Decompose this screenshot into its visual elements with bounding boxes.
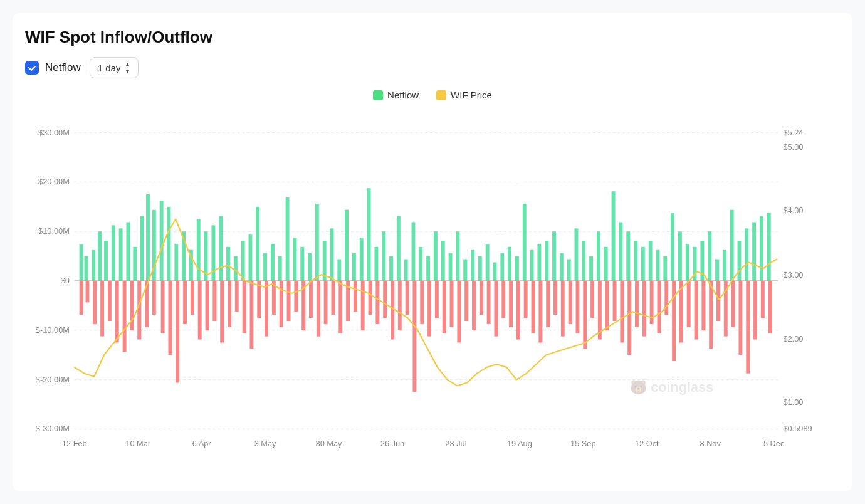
bar-neg [100, 281, 104, 337]
bar-neg [243, 281, 246, 333]
bar-pos [530, 250, 534, 281]
y-axis-left-4: $0 [61, 276, 70, 285]
bar-pos [85, 256, 88, 281]
y-axis-left-6: $-20.00M [36, 375, 70, 384]
bar-pos [286, 197, 290, 281]
bar-pos [604, 247, 608, 281]
netflow-checkbox[interactable] [25, 61, 39, 75]
bar-pos [389, 256, 393, 281]
bar-pos [234, 256, 238, 281]
bar-pos [671, 213, 674, 281]
y-axis-left-5: $-10.00M [36, 325, 70, 335]
bar-neg [538, 281, 542, 342]
bar-neg [464, 281, 468, 321]
bar-pos [537, 244, 541, 281]
bar-neg [695, 281, 698, 340]
bar-neg [137, 281, 141, 340]
bar-neg [108, 281, 112, 321]
bar-neg [235, 281, 239, 312]
bar-pos [98, 231, 102, 281]
controls-row: Netflow 1 day ▲▼ [25, 57, 840, 78]
bar-neg [294, 281, 298, 312]
bar-pos [278, 256, 282, 281]
bar-pos [263, 253, 267, 281]
bar-neg [569, 281, 572, 324]
bar-pos [160, 201, 164, 281]
bar-pos [471, 250, 474, 281]
bar-pos [367, 188, 371, 281]
bar-pos [449, 253, 453, 281]
bar-neg [590, 281, 594, 318]
bar-pos [426, 256, 430, 281]
bar-pos [686, 244, 689, 281]
bar-pos [508, 247, 511, 281]
bar-pos [582, 241, 585, 281]
bar-neg [287, 281, 291, 321]
y-axis-right-2: $5.00 [783, 142, 803, 152]
bar-pos [478, 256, 482, 281]
netflow-label: Netflow [45, 61, 81, 74]
bar-neg [406, 281, 409, 315]
bar-pos [486, 244, 490, 281]
y-axis-right-1: $5.24 [783, 128, 803, 137]
bar-pos [649, 241, 653, 281]
bar-pos [567, 260, 571, 281]
bar-neg [443, 281, 446, 333]
bar-neg [620, 281, 624, 342]
bar-pos [619, 222, 622, 281]
bar-neg [524, 281, 528, 318]
interval-label: 1 day [98, 63, 121, 73]
bar-pos [174, 244, 178, 281]
y-axis-left-2: $20.00M [38, 177, 70, 186]
bar-pos [382, 231, 385, 281]
bar-neg [553, 281, 557, 315]
bar-pos [656, 250, 660, 281]
bar-pos [678, 231, 682, 281]
bar-neg [338, 281, 342, 333]
bar-neg [738, 281, 742, 355]
y-axis-left-3: $10.00M [38, 226, 70, 236]
bar-pos [723, 250, 726, 281]
bar-neg [123, 281, 127, 352]
bar-neg [746, 281, 750, 374]
bar-neg [583, 281, 587, 349]
bar-neg [546, 281, 550, 327]
x-axis-11: 8 Nov [700, 439, 721, 448]
bar-pos [256, 207, 260, 281]
bar-pos [545, 241, 548, 281]
bar-pos [626, 231, 630, 281]
bar-neg [561, 281, 565, 337]
bar-pos [708, 231, 711, 281]
bar-neg [768, 281, 772, 333]
bar-pos [434, 231, 438, 281]
bar-pos [80, 244, 83, 281]
bar-neg [420, 281, 424, 324]
bar-pos [300, 247, 304, 281]
bar-pos [641, 247, 645, 281]
bar-neg [176, 281, 179, 383]
bar-neg [228, 281, 231, 327]
bar-pos [589, 256, 593, 281]
bar-neg [412, 281, 416, 392]
bar-pos [745, 228, 748, 281]
bar-pos [293, 238, 296, 281]
bar-neg [753, 281, 757, 340]
interval-arrows: ▲▼ [124, 61, 130, 75]
bar-neg [309, 281, 313, 318]
x-axis-7: 23 Jul [445, 439, 466, 448]
bar-pos [119, 228, 123, 281]
chart-container: WIF Spot Inflow/Outflow Netflow 1 day ▲▼… [13, 13, 852, 491]
bar-pos [146, 194, 150, 281]
bar-pos [226, 247, 230, 281]
y-axis-right-7: $0.5989 [783, 424, 812, 433]
bar-pos [412, 222, 416, 281]
chart-svg: .grid-line { stroke: #e5e7eb; stroke-wid… [25, 105, 840, 456]
netflow-checkbox-wrapper[interactable]: Netflow [25, 61, 81, 75]
bar-neg [494, 281, 498, 337]
bar-pos [419, 247, 422, 281]
bar-pos [308, 253, 312, 281]
interval-select[interactable]: 1 day ▲▼ [90, 57, 139, 78]
bar-neg [168, 281, 172, 355]
bar-pos [140, 216, 144, 281]
y-axis-right-3: $4.00 [783, 206, 803, 215]
